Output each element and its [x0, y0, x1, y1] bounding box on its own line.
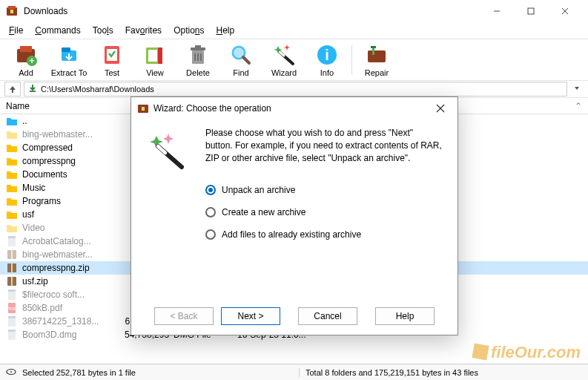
- statusbar: Selected 252,781 bytes in 1 file Total 8…: [0, 364, 588, 380]
- maximize-button[interactable]: [514, 0, 548, 22]
- help-button[interactable]: Help: [375, 307, 435, 325]
- svg-rect-1: [8, 6, 16, 9]
- minimize-button[interactable]: [480, 0, 514, 22]
- file-icon: [6, 262, 18, 274]
- path-dropdown[interactable]: [570, 84, 584, 94]
- svg-line-28: [280, 52, 284, 56]
- file-name: $filecroco soft...: [22, 289, 120, 300]
- file-icon: PDF: [6, 302, 18, 314]
- file-icon: [6, 222, 18, 234]
- menu-help[interactable]: Help: [211, 24, 241, 37]
- radio-icon: [205, 185, 216, 195]
- radio-label: Unpack an archive: [222, 185, 295, 195]
- radio-icon: [205, 229, 216, 240]
- radio-option[interactable]: Add files to already existing archive: [205, 229, 443, 240]
- svg-rect-20: [195, 45, 201, 48]
- file-icon: [6, 155, 18, 167]
- next-button[interactable]: Next >: [221, 307, 280, 325]
- file-icon: [6, 128, 18, 140]
- addressbar: C:\Users\Mosharraf\Downloads: [0, 80, 588, 98]
- svg-rect-31: [368, 50, 386, 62]
- radio-icon: [205, 207, 216, 217]
- file-name: bing-webmaster...: [22, 129, 120, 140]
- toolbar-test[interactable]: Test: [90, 41, 133, 79]
- file-icon: [6, 235, 18, 247]
- file-icon: [6, 168, 18, 180]
- dialog-close-button[interactable]: [429, 98, 452, 119]
- toolbar-label: Add: [19, 68, 33, 77]
- svg-text:+: +: [29, 56, 34, 66]
- wizard-icon: [272, 43, 296, 67]
- download-icon: [27, 83, 38, 95]
- dialog-wizard-icon: [146, 127, 194, 293]
- toolbar-label: Delete: [186, 68, 210, 77]
- svg-point-25: [234, 48, 243, 57]
- toolbar-wizard[interactable]: Wizard: [262, 41, 305, 79]
- file-name: usf: [22, 209, 120, 220]
- close-button[interactable]: [548, 0, 582, 22]
- wizard-dialog: Wizard: Choose the operation Please choo…: [131, 96, 458, 335]
- file-name: bing-webmaster...: [22, 249, 120, 260]
- status-selected: Selected 252,781 bytes in 1 file: [22, 368, 299, 377]
- file-icon: [6, 275, 18, 287]
- radio-label: Add files to already existing archive: [222, 229, 361, 240]
- file-name: Boom3D.dmg: [22, 330, 120, 340]
- menu-file[interactable]: File: [3, 24, 29, 37]
- radio-option[interactable]: Create a new archive: [205, 207, 443, 217]
- toolbar-info[interactable]: i Info: [305, 41, 348, 79]
- svg-rect-16: [148, 50, 157, 62]
- toolbar: + Add Extract To Test View Delete Find W…: [0, 39, 588, 80]
- toolbar-find[interactable]: Find: [219, 41, 262, 79]
- dialog-title: Wizard: Choose the operation: [153, 103, 425, 114]
- toolbar-delete[interactable]: Delete: [176, 41, 219, 79]
- file-name: ..: [22, 116, 120, 126]
- view-icon: [143, 43, 167, 67]
- file-name: compresspng.zip: [22, 263, 120, 273]
- header-chevron-icon: ⌃: [575, 101, 582, 111]
- file-icon: [6, 142, 18, 154]
- path-field[interactable]: C:\Users\Mosharraf\Downloads: [24, 82, 567, 96]
- file-icon: [6, 329, 18, 341]
- status-total: Total 8 folders and 175,219,151 bytes in…: [299, 368, 582, 377]
- file-name: Music: [22, 183, 120, 193]
- svg-rect-38: [11, 250, 13, 259]
- radio-group: Unpack an archiveCreate a new archiveAdd…: [205, 185, 443, 240]
- svg-rect-40: [11, 263, 13, 272]
- svg-rect-48: [8, 316, 16, 318]
- file-name: Compressed: [22, 142, 120, 153]
- up-button[interactable]: [4, 82, 21, 96]
- repair-icon: [365, 43, 389, 67]
- file-name: 386714225_1318...: [22, 316, 120, 327]
- toolbar-add[interactable]: + Add: [4, 41, 47, 79]
- menu-options[interactable]: Options: [168, 24, 210, 37]
- svg-rect-36: [8, 236, 16, 238]
- dialog-intro-text: Please choose what you wish to do and pr…: [205, 127, 443, 164]
- file-icon: [6, 182, 18, 194]
- toolbar-label: Test: [105, 68, 119, 77]
- menu-tools[interactable]: Tools: [87, 24, 119, 37]
- dialog-app-icon: [137, 102, 149, 114]
- titlebar: Downloads: [0, 0, 588, 22]
- svg-text:PDF: PDF: [7, 307, 16, 311]
- file-name: 850kB.pdf: [22, 303, 120, 313]
- cancel-button[interactable]: Cancel: [298, 307, 357, 325]
- file-name: Video: [22, 223, 120, 233]
- back-button[interactable]: < Back: [154, 307, 214, 325]
- dialog-buttons: < Back Next > Cancel Help: [131, 301, 457, 335]
- disk-icon: [6, 368, 18, 377]
- window-title: Downloads: [24, 6, 480, 16]
- svg-rect-50: [8, 330, 16, 332]
- svg-point-52: [10, 371, 13, 373]
- toolbar-extract[interactable]: Extract To: [47, 41, 90, 79]
- svg-rect-8: [20, 46, 32, 52]
- toolbar-repair[interactable]: Repair: [355, 41, 398, 79]
- toolbar-view[interactable]: View: [133, 41, 176, 79]
- svg-rect-2: [10, 10, 13, 13]
- svg-rect-42: [11, 277, 13, 286]
- menu-commands[interactable]: Commands: [29, 24, 86, 37]
- menu-favorites[interactable]: Favorites: [119, 24, 168, 37]
- svg-rect-12: [62, 48, 70, 52]
- file-name: AcrobatCatalog...: [22, 236, 120, 246]
- svg-rect-32: [372, 48, 374, 55]
- radio-option[interactable]: Unpack an archive: [205, 185, 443, 195]
